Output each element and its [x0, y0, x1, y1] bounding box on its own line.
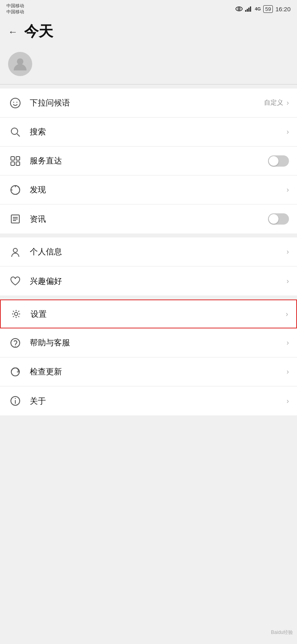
- status-time: 16:20: [275, 6, 291, 12]
- header: ← 今天: [0, 18, 297, 48]
- help-icon: [8, 336, 23, 350]
- menu-section-1: 个人信息›兴趣偏好›: [0, 237, 297, 295]
- chevron-settings: ›: [286, 310, 288, 318]
- network-badge: 4G: [255, 6, 261, 11]
- person-icon: [8, 245, 23, 259]
- menu-label-about: 关于: [30, 396, 287, 407]
- menu-right-update: ›: [287, 367, 289, 376]
- menu-label-discover: 发现: [30, 184, 287, 195]
- svg-point-0: [236, 7, 242, 11]
- status-bar: 中国移动 中国移动 4G 59 16:20: [0, 0, 297, 18]
- menu-label-search: 搜索: [30, 126, 287, 137]
- gear-icon: [9, 307, 23, 321]
- svg-point-7: [10, 98, 20, 108]
- menu-section-0: 下拉问候语自定义›搜索›服务直达发现›资讯: [0, 89, 297, 233]
- chevron-discover: ›: [287, 186, 289, 194]
- menu-label-help: 帮助与客服: [30, 337, 287, 348]
- menu-item-about[interactable]: 关于›: [0, 386, 297, 415]
- eye-icon: [235, 6, 243, 12]
- svg-point-24: [14, 312, 18, 316]
- svg-rect-3: [247, 9, 248, 12]
- svg-rect-5: [250, 6, 251, 12]
- signal-icon: [245, 6, 252, 12]
- menu-item-settings[interactable]: 设置›: [0, 299, 297, 328]
- menu-item-profile[interactable]: 个人信息›: [0, 237, 297, 266]
- back-button[interactable]: ←: [8, 26, 18, 37]
- heart-icon: [8, 274, 23, 288]
- svg-point-8: [13, 101, 14, 102]
- menu-right-help: ›: [287, 339, 289, 347]
- menu-item-news[interactable]: 资讯: [0, 204, 297, 233]
- menu-label-settings: 设置: [31, 309, 286, 320]
- svg-rect-12: [11, 157, 14, 160]
- svg-point-1: [238, 8, 240, 10]
- menu-label-greeting: 下拉问候语: [30, 97, 264, 108]
- menu-right-search: ›: [287, 128, 289, 136]
- search-icon: [8, 125, 23, 139]
- menu-right-settings: ›: [286, 310, 288, 318]
- discover-icon: [8, 183, 23, 197]
- menu-item-help[interactable]: 帮助与客服›: [0, 328, 297, 357]
- svg-point-10: [11, 128, 18, 134]
- svg-rect-4: [248, 8, 250, 12]
- chevron-profile: ›: [287, 248, 289, 256]
- menu-item-discover[interactable]: 发现›: [0, 175, 297, 204]
- menu-right-about: ›: [287, 397, 289, 405]
- svg-point-26: [15, 346, 16, 347]
- menu-item-services[interactable]: 服务直达: [0, 147, 297, 175]
- status-right: 4G 59 16:20: [235, 5, 291, 13]
- refresh-icon: [8, 365, 23, 379]
- apps-icon: [8, 154, 23, 168]
- page-title: 今天: [24, 22, 53, 41]
- chevron-greeting: ›: [287, 99, 289, 107]
- menu-right-news: [268, 213, 289, 225]
- svg-rect-2: [245, 10, 246, 12]
- svg-point-30: [15, 398, 16, 399]
- carrier-info: 中国移动 中国移动: [6, 3, 24, 15]
- menu-item-greeting[interactable]: 下拉问候语自定义›: [0, 89, 297, 118]
- svg-rect-14: [11, 162, 14, 165]
- battery-indicator: 59: [263, 5, 273, 13]
- svg-point-23: [13, 248, 17, 252]
- menu-section-2: 设置›帮助与客服›检查更新›关于›: [0, 299, 297, 415]
- chevron-interests: ›: [287, 277, 289, 285]
- avatar: [8, 52, 32, 76]
- chevron-update: ›: [287, 367, 289, 376]
- info-icon: [8, 394, 23, 408]
- menu-right-interests: ›: [287, 277, 289, 285]
- menu-label-news: 资讯: [30, 214, 268, 225]
- menu-item-interests[interactable]: 兴趣偏好›: [0, 266, 297, 295]
- menu-right-greeting: 自定义›: [264, 99, 289, 107]
- toggle-news[interactable]: [268, 213, 289, 225]
- chevron-about: ›: [287, 397, 289, 405]
- menu-right-discover: ›: [287, 186, 289, 194]
- menu-item-update[interactable]: 检查更新›: [0, 357, 297, 386]
- svg-rect-15: [16, 162, 20, 165]
- profile-section[interactable]: [0, 48, 297, 85]
- svg-rect-13: [16, 157, 20, 160]
- svg-line-11: [17, 134, 20, 136]
- watermark: Baidu经验: [271, 629, 293, 636]
- news-icon: [8, 212, 23, 226]
- menu-label-update: 检查更新: [30, 366, 287, 377]
- menu-right-profile: ›: [287, 248, 289, 256]
- menu-label-interests: 兴趣偏好: [30, 276, 287, 287]
- svg-point-9: [16, 101, 17, 102]
- chevron-search: ›: [287, 128, 289, 136]
- smile-icon: [8, 96, 23, 110]
- menu-container: 下拉问候语自定义›搜索›服务直达发现›资讯个人信息›兴趣偏好›设置›帮助与客服›…: [0, 89, 297, 415]
- menu-item-search[interactable]: 搜索›: [0, 118, 297, 147]
- menu-sublabel-greeting: 自定义: [264, 99, 283, 107]
- avatar-icon: [12, 56, 28, 72]
- menu-right-services: [268, 155, 289, 167]
- menu-label-profile: 个人信息: [30, 246, 287, 257]
- chevron-help: ›: [287, 339, 289, 347]
- toggle-services[interactable]: [268, 155, 289, 167]
- svg-point-6: [17, 58, 23, 65]
- menu-label-services: 服务直达: [30, 155, 268, 166]
